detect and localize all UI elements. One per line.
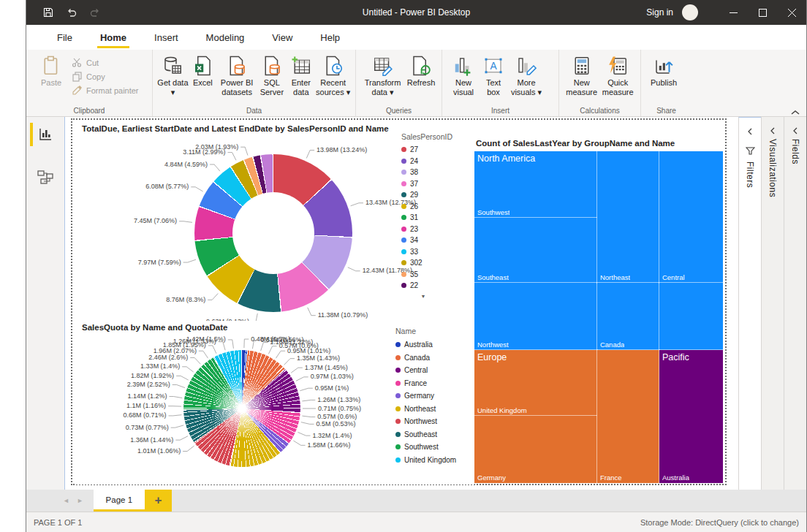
treemap-cell-germany[interactable]: Germany [474, 416, 597, 483]
treemap-title: Count of SalesLastYear by GroupName and … [476, 139, 675, 148]
menu-view[interactable]: View [270, 27, 294, 48]
legend-item[interactable]: 29 [401, 189, 452, 201]
format-painter-button[interactable]: Format painter [72, 85, 139, 96]
legend-item[interactable]: France [395, 377, 456, 390]
menu-help[interactable]: Help [319, 27, 341, 48]
pie-chart-visual[interactable]: SalesQuota by Name and QuotaDate 0.48M (… [76, 321, 474, 484]
excel-button[interactable]: Excel [189, 53, 217, 88]
legend-item-label: Northwest [404, 417, 437, 425]
legend-title: Name [395, 327, 456, 335]
maximize-button[interactable] [748, 0, 777, 25]
treemap-visual[interactable]: Count of SalesLastYear by GroupName and … [474, 139, 724, 484]
legend-item-label: 302 [410, 259, 423, 267]
legend-item[interactable]: Southeast [395, 428, 456, 441]
next-page-arrow[interactable]: ► [77, 497, 83, 504]
legend-item[interactable]: Southwest [395, 441, 456, 454]
page-clock-icon [322, 55, 344, 77]
sign-in-button[interactable]: Sign in [646, 7, 673, 18]
data-label: 0.57M (0.6%) [317, 413, 357, 420]
report-view-button[interactable] [26, 120, 64, 149]
page-tab[interactable]: Page 1 [94, 490, 145, 512]
add-page-button[interactable]: + [145, 490, 172, 512]
legend-item-label: Australia [404, 341, 433, 349]
visualizations-panel-collapsed[interactable]: Visualizations [761, 117, 784, 490]
legend-item[interactable]: 27 [401, 144, 452, 156]
donut-chart-visual[interactable]: TotalDue, Earliest StartDate and Latest … [76, 122, 474, 321]
avatar[interactable] [682, 4, 698, 20]
fields-panel-collapsed[interactable]: Fields [784, 117, 806, 490]
data-label: 0.97M (1.03%) [311, 373, 354, 380]
legend-item[interactable]: 37 [401, 178, 452, 190]
legend-item[interactable]: Central [395, 364, 456, 377]
legend-item[interactable]: 22 [401, 280, 452, 292]
menu-insert[interactable]: Insert [153, 27, 180, 48]
expand-filters-icon[interactable] [746, 125, 754, 132]
expand-visualizations-icon[interactable] [769, 124, 776, 132]
more-visuals-button[interactable]: More visuals ▾ [507, 53, 546, 96]
filters-panel-label: Filters [745, 162, 755, 188]
treemap-cell-southeast[interactable]: Southeast [474, 218, 597, 283]
menu-file[interactable]: File [56, 27, 74, 48]
legend-color-dot [395, 406, 401, 411]
ribbon: Paste Cut Copy [26, 50, 806, 117]
collapse-ribbon-button[interactable] [790, 106, 800, 113]
legend-item[interactable]: 31 [401, 212, 452, 224]
recent-sources-button[interactable]: Recent sources ▾ [315, 53, 351, 96]
report-page[interactable]: TotalDue, Earliest StartDate and Latest … [71, 118, 727, 485]
paste-button[interactable]: Paste [31, 53, 72, 88]
legend-item[interactable]: 24 [401, 156, 452, 167]
treemap-cell-central[interactable]: Central [659, 151, 723, 283]
treemap-cell-canada[interactable]: Canada [597, 283, 659, 351]
legend-item[interactable]: Germany [395, 390, 456, 403]
cut-button[interactable]: Cut [72, 57, 139, 68]
close-button[interactable] [777, 0, 806, 25]
treemap-cell-northwest[interactable]: Northwest [474, 283, 597, 351]
filters-panel-collapsed[interactable]: Filters [738, 117, 761, 490]
legend-overflow-arrow[interactable]: ▼ [401, 294, 445, 299]
quick-measure-button[interactable]: Quick measure [600, 53, 637, 96]
legend-item[interactable]: 26 [401, 201, 452, 213]
expand-fields-icon[interactable] [792, 124, 799, 132]
publish-icon [653, 55, 675, 77]
legend-color-dot [401, 192, 406, 197]
legend-item[interactable]: Northwest [395, 415, 456, 428]
menu-modeling[interactable]: Modeling [205, 27, 246, 48]
enter-data-button[interactable]: Enter data [287, 53, 315, 96]
sql-server-button[interactable]: SQL Server [257, 53, 287, 96]
legend-item[interactable]: 34 [401, 235, 452, 246]
get-data-button[interactable]: Get data ▾ [157, 53, 189, 96]
legend-item[interactable]: Canada [395, 352, 456, 365]
save-icon[interactable] [42, 7, 54, 18]
legend-item[interactable]: 38 [401, 167, 452, 178]
transform-data-button[interactable]: Transform data ▾ [360, 53, 405, 96]
legend-item[interactable]: Northeast [395, 403, 456, 416]
legend-item[interactable]: 23 [401, 224, 452, 235]
menu-home[interactable]: Home [99, 27, 128, 48]
legend-item[interactable]: United Kingdom [395, 454, 456, 467]
legend-item[interactable]: 35 [401, 269, 452, 281]
refresh-button[interactable]: Refresh [405, 53, 437, 88]
new-measure-button[interactable]: New measure [564, 53, 600, 96]
legend-item[interactable]: Australia [395, 338, 456, 352]
legend-item[interactable]: 33 [401, 246, 452, 258]
treemap-group-label: North America [477, 153, 535, 164]
text-box-button[interactable]: A Text box [480, 53, 507, 96]
chart-pencil-icon [515, 55, 537, 77]
model-view-button[interactable] [26, 162, 64, 191]
treemap-cell-southwest[interactable]: North AmericaSouthwest [474, 151, 597, 218]
powerbi-datasets-button[interactable]: Power BI datasets [217, 53, 257, 96]
treemap-cell-united-kingdom[interactable]: EuropeUnited Kingdom [474, 350, 597, 416]
storage-mode-status[interactable]: Storage Mode: DirectQuery (click to chan… [640, 518, 799, 527]
publish-button[interactable]: Publish [645, 53, 682, 88]
new-visual-button[interactable]: New visual [447, 53, 480, 96]
undo-icon[interactable] [66, 7, 77, 18]
prev-page-arrow[interactable]: ◄ [63, 497, 69, 504]
copy-button[interactable]: Copy [72, 71, 139, 82]
treemap-cell-france[interactable]: France [597, 350, 659, 483]
data-label: 8.76M (8.3%) [166, 296, 205, 303]
legend-item[interactable]: 302 [401, 257, 452, 269]
treemap-cell-northeast[interactable]: Northeast [597, 151, 659, 283]
minimize-button[interactable] [719, 0, 748, 25]
treemap-cell-australia[interactable]: PacificAustralia [659, 350, 723, 483]
treemap-cell[interactable] [659, 283, 723, 351]
